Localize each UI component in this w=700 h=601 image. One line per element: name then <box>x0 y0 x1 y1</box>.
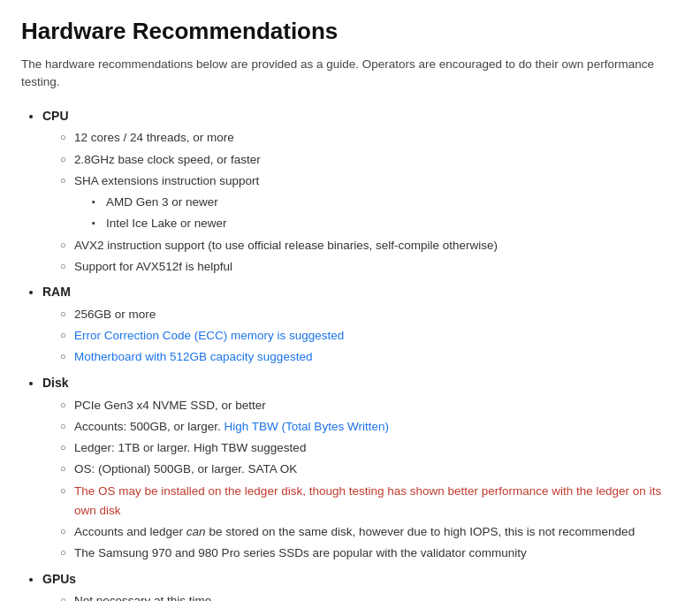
list-item: Ledger: 1TB or larger. High TBW suggeste… <box>60 438 679 458</box>
section-disk-label: Disk <box>42 376 69 390</box>
disk-items: PCIe Gen3 x4 NVME SSD, or better Account… <box>42 396 679 564</box>
list-item: SHA extensions instruction support AMD G… <box>60 171 679 234</box>
list-item: 12 cores / 24 threads, or more <box>60 128 679 148</box>
section-ram: RAM 256GB or more Error Correction Code … <box>42 282 679 368</box>
list-item: The OS may be installed on the ledger di… <box>60 482 679 521</box>
list-item: Motherboard with 512GB capacity suggeste… <box>60 347 679 367</box>
list-item: Accounts and ledger can be stored on the… <box>60 522 679 542</box>
section-cpu: CPU 12 cores / 24 threads, or more 2.8GH… <box>42 106 679 278</box>
list-item: AMD Gen 3 or newer <box>92 193 679 212</box>
intro-text: The hardware recommendations below are p… <box>21 56 679 92</box>
list-item: Support for AVX512f is helpful <box>60 257 679 277</box>
list-item: Accounts: 500GB, or larger. High TBW (To… <box>60 417 679 437</box>
section-disk: Disk PCIe Gen3 x4 NVME SSD, or better Ac… <box>42 373 679 564</box>
list-item: 256GB or more <box>60 305 679 324</box>
gpus-items: Not necessary at this time Operators in … <box>42 591 679 601</box>
list-item: Error Correction Code (ECC) memory is su… <box>60 326 679 346</box>
section-gpus-label: GPUs <box>42 572 76 586</box>
list-item: AVX2 instruction support (to use officia… <box>60 236 679 255</box>
list-item: PCIe Gen3 x4 NVME SSD, or better <box>60 396 679 415</box>
section-ram-label: RAM <box>42 285 71 299</box>
list-item: 2.8GHz base clock speed, or faster <box>60 150 679 170</box>
sha-subitems: AMD Gen 3 or newer Intel Ice Lake or new… <box>74 193 679 234</box>
cpu-items: 12 cores / 24 threads, or more 2.8GHz ba… <box>42 128 679 277</box>
section-gpus: GPUs Not necessary at this time Operator… <box>42 569 679 601</box>
list-item: The Samsung 970 and 980 Pro series SSDs … <box>60 544 679 563</box>
list-item: Intel Ice Lake or newer <box>92 214 679 233</box>
section-cpu-label: CPU <box>42 109 69 123</box>
ram-items: 256GB or more Error Correction Code (ECC… <box>42 305 679 368</box>
list-item: OS: (Optional) 500GB, or larger. SATA OK <box>60 460 679 479</box>
list-item: Not necessary at this time <box>60 591 679 601</box>
page-title: Hardware Recommendations <box>21 18 679 45</box>
recommendations-list: CPU 12 cores / 24 threads, or more 2.8GH… <box>21 106 679 602</box>
